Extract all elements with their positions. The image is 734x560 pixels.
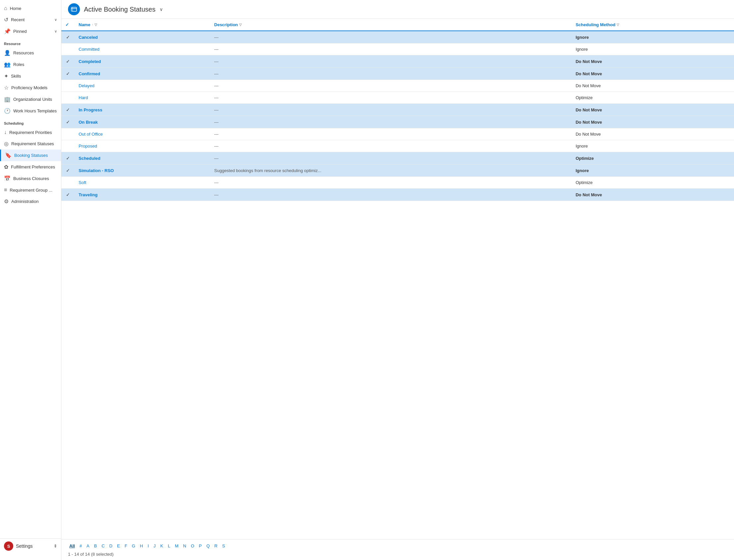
row-name[interactable]: Confirmed <box>75 68 210 80</box>
table-row[interactable]: Proposed---Ignore <box>61 140 734 152</box>
table-row[interactable]: ✓Confirmed---Do Not Move <box>61 68 734 80</box>
table-row[interactable]: Soft---Optimize <box>61 177 734 189</box>
alphabet-item-i[interactable]: I <box>146 543 150 549</box>
name-filter-icon[interactable]: ▽ <box>94 23 97 27</box>
alphabet-item-b[interactable]: B <box>93 543 98 549</box>
table-row[interactable]: ✓Traveling---Do Not Move <box>61 189 734 201</box>
select-all-header[interactable]: ✓ <box>61 19 75 31</box>
row-checkbox[interactable]: ✓ <box>61 152 75 164</box>
table-row[interactable]: ✓Canceled---Ignore <box>61 31 734 43</box>
row-checkbox[interactable] <box>61 43 75 55</box>
alphabet-item-r[interactable]: R <box>213 543 218 549</box>
alphabet-item-n[interactable]: N <box>182 543 187 549</box>
sidebar-item-roles[interactable]: 👥 Roles <box>0 59 61 70</box>
table-row[interactable]: ✓On Break---Do Not Move <box>61 116 734 128</box>
sidebar-item-recent[interactable]: ↺ Recent ∨ <box>0 14 61 26</box>
select-all-checkbox[interactable]: ✓ <box>65 22 69 27</box>
table-row[interactable]: ✓Scheduled---Optimize <box>61 152 734 164</box>
row-name[interactable]: On Break <box>75 116 210 128</box>
table-row[interactable]: Delayed---Do Not Move <box>61 80 734 92</box>
table-row[interactable]: Hard---Optimize <box>61 92 734 104</box>
sidebar-item-requirement-statuses[interactable]: ◎ Requirement Statuses <box>0 138 61 150</box>
settings-expand-icon: ⇕ <box>54 544 57 548</box>
description-column-header[interactable]: Description ▽ <box>210 19 572 31</box>
sidebar-item-business-closures[interactable]: 📅 Business Closures <box>0 173 61 184</box>
alphabet-item-c[interactable]: C <box>100 543 106 549</box>
alphabet-item-m[interactable]: M <box>173 543 180 549</box>
table-row[interactable]: ✓In Progress---Do Not Move <box>61 104 734 116</box>
recent-chevron-icon: ∨ <box>54 18 57 22</box>
row-name[interactable]: Traveling <box>75 189 210 201</box>
row-name[interactable]: Committed <box>75 43 210 55</box>
alphabet-item-e[interactable]: E <box>116 543 121 549</box>
alphabet-item-k[interactable]: K <box>159 543 164 549</box>
recent-icon: ↺ <box>4 17 8 23</box>
name-column-header[interactable]: Name ↑ ▽ <box>75 19 210 31</box>
row-checkbox[interactable]: ✓ <box>61 164 75 177</box>
row-name[interactable]: Hard <box>75 92 210 104</box>
row-checkbox[interactable]: ✓ <box>61 55 75 68</box>
row-name[interactable]: Completed <box>75 55 210 68</box>
row-checkbox[interactable] <box>61 177 75 189</box>
alphabet-item-d[interactable]: D <box>108 543 114 549</box>
row-checkbox[interactable] <box>61 128 75 140</box>
table-row[interactable]: ✓Completed---Do Not Move <box>61 55 734 68</box>
sidebar-item-booking-statuses[interactable]: 🔖 Booking Statuses <box>0 150 61 161</box>
row-checkbox[interactable] <box>61 80 75 92</box>
alphabet-item-f[interactable]: F <box>123 543 129 549</box>
row-checkbox[interactable]: ✓ <box>61 189 75 201</box>
row-checkbox[interactable]: ✓ <box>61 116 75 128</box>
sidebar-item-organizational-units[interactable]: 🏢 Organizational Units <box>0 93 61 105</box>
table-row[interactable]: ✓Simulation - RSOSuggested bookings from… <box>61 164 734 177</box>
checkmark-icon: ✓ <box>66 119 70 125</box>
row-description: --- <box>210 116 572 128</box>
sidebar-item-requirement-group[interactable]: ≡ Requirement Group ... <box>0 184 61 196</box>
sidebar-item-proficiency-models[interactable]: ☆ Proficiency Models <box>0 82 61 93</box>
row-name[interactable]: In Progress <box>75 104 210 116</box>
scheduling-method-filter-icon[interactable]: ▽ <box>617 23 619 27</box>
alphabet-item-a[interactable]: A <box>85 543 91 549</box>
sidebar-item-work-hours-templates[interactable]: 🕐 Work Hours Templates <box>0 105 61 117</box>
table-header-row: ✓ Name ↑ ▽ Description ▽ <box>61 19 734 31</box>
alphabet-item-g[interactable]: G <box>131 543 137 549</box>
row-name[interactable]: Soft <box>75 177 210 189</box>
row-checkbox[interactable]: ✓ <box>61 31 75 43</box>
row-name[interactable]: Scheduled <box>75 152 210 164</box>
alphabet-item-all[interactable]: All <box>68 543 76 549</box>
alphabet-item-#[interactable]: # <box>78 543 83 549</box>
alphabet-item-h[interactable]: H <box>139 543 144 549</box>
row-checkbox[interactable] <box>61 92 75 104</box>
alphabet-item-j[interactable]: J <box>152 543 157 549</box>
row-name[interactable]: Proposed <box>75 140 210 152</box>
sidebar-item-fulfillment-preferences[interactable]: ✿ Fulfillment Preferences <box>0 161 61 173</box>
row-scheduling-method: Do Not Move <box>572 55 734 68</box>
row-checkbox[interactable]: ✓ <box>61 68 75 80</box>
settings-bottom[interactable]: S Settings ⇕ <box>0 538 61 553</box>
alphabet-item-q[interactable]: Q <box>205 543 211 549</box>
scheduling-method-column-header[interactable]: Scheduling Method ▽ <box>572 19 734 31</box>
row-name[interactable]: Simulation - RSO <box>75 164 210 177</box>
table-row[interactable]: Committed---Ignore <box>61 43 734 55</box>
row-name[interactable]: Canceled <box>75 31 210 43</box>
title-dropdown-chevron[interactable]: ∨ <box>159 7 163 12</box>
sidebar-item-skills[interactable]: ✦ Skills <box>0 70 61 82</box>
alphabet-item-o[interactable]: O <box>189 543 195 549</box>
name-sort-icon[interactable]: ↑ <box>92 23 93 27</box>
sidebar-item-home[interactable]: ⌂ Home <box>0 3 61 14</box>
row-name[interactable]: Out of Office <box>75 128 210 140</box>
sidebar-item-pinned[interactable]: 📌 Pinned ∨ <box>0 26 61 37</box>
row-description: --- <box>210 92 572 104</box>
skills-icon: ✦ <box>4 73 8 79</box>
sidebar-item-administration[interactable]: ⚙ Administration <box>0 196 61 207</box>
row-name[interactable]: Delayed <box>75 80 210 92</box>
row-checkbox[interactable] <box>61 140 75 152</box>
description-filter-icon[interactable]: ▽ <box>239 23 242 27</box>
sidebar-item-requirement-priorities[interactable]: ↓ Requirement Priorities <box>0 127 61 138</box>
row-checkbox[interactable]: ✓ <box>61 104 75 116</box>
table-row[interactable]: Out of Office---Do Not Move <box>61 128 734 140</box>
alphabet-item-s[interactable]: S <box>221 543 226 549</box>
alphabet-item-p[interactable]: P <box>198 543 203 549</box>
settings-label: Settings <box>16 543 33 549</box>
alphabet-item-l[interactable]: L <box>166 543 171 549</box>
sidebar-item-resources[interactable]: 👤 Resources <box>0 47 61 59</box>
